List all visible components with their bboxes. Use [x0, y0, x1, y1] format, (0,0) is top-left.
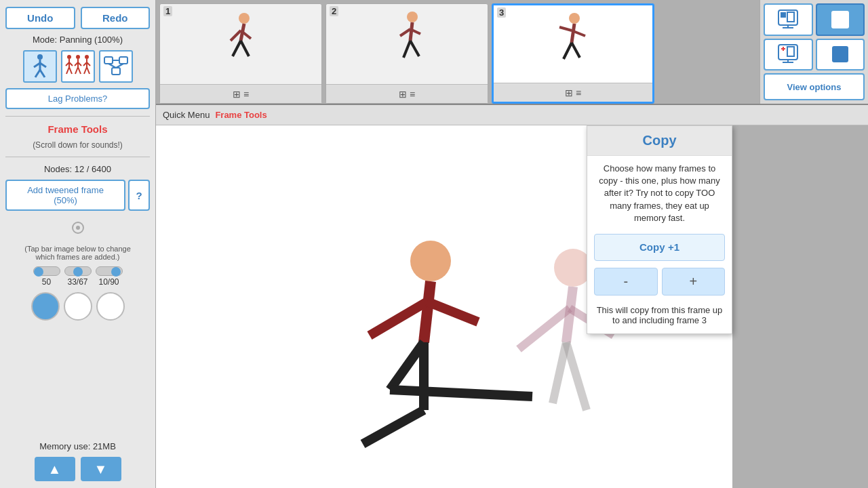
frame-2-icon-1: ⊞ [399, 89, 407, 100]
divider-2 [5, 157, 150, 157]
svg-point-44 [569, 13, 580, 24]
help-button[interactable]: ? [128, 180, 150, 211]
frames-container: 1 ⊞ ≡ 2 [156, 0, 760, 104]
toolbar-btn-2[interactable] [816, 3, 865, 36]
frame-3-footer: ⊞ ≡ [494, 83, 652, 102]
add-tweened-button[interactable]: Add tweened frame (50%) [5, 180, 125, 211]
frame-1-icon-1: ⊞ [233, 89, 241, 100]
svg-line-5 [40, 70, 45, 77]
plus-minus-row: - + [594, 268, 725, 296]
frame-3-icon-1: ⊞ [565, 87, 573, 98]
slider-2[interactable] [64, 266, 92, 276]
svg-line-78 [566, 342, 587, 410]
redo-button[interactable]: Redo [81, 7, 151, 29]
right-gray-panel [732, 125, 868, 488]
frame-2-icon-2: ≡ [410, 89, 415, 100]
svg-rect-25 [119, 57, 127, 64]
divider-1 [5, 116, 150, 117]
top-strip: 1 ⊞ ≡ 2 [156, 0, 868, 105]
memory-use: Memory use: 21MB [39, 441, 116, 451]
frame-1-figure [207, 10, 275, 78]
svg-rect-53 [781, 12, 786, 18]
frame-1-canvas [160, 4, 321, 84]
copy-popup-title[interactable]: Copy [587, 126, 732, 156]
slider-row: 50 33/67 10/90 [5, 266, 150, 287]
svg-line-68 [427, 302, 478, 322]
svg-line-69 [390, 342, 424, 390]
frame-1-icon-2: ≡ [243, 89, 249, 100]
svg-rect-63 [787, 47, 794, 56]
svg-point-18 [85, 55, 89, 59]
frame-3-num: 3 [497, 7, 506, 18]
copy-label: Copy [639, 241, 665, 253]
undo-button[interactable]: Undo [5, 7, 75, 29]
svg-line-42 [403, 41, 410, 58]
circle-3[interactable] [96, 292, 125, 321]
up-button[interactable]: ▲ [35, 457, 75, 481]
view-options-button[interactable]: View options [764, 73, 865, 100]
frame-2-num: 2 [330, 6, 338, 16]
tool-icon-row [23, 50, 133, 83]
svg-line-28 [116, 64, 123, 68]
toolbar-btn-3[interactable] [764, 39, 813, 71]
main-area: 1 ⊞ ≡ 2 [156, 0, 868, 488]
quick-menu-bar: Quick Menu Frame Tools [156, 105, 868, 125]
svg-line-72 [363, 410, 424, 444]
frame-tools-title: Frame Tools [47, 123, 107, 135]
frame-1-num: 1 [163, 6, 172, 16]
slider-2-value: 33/67 [66, 277, 90, 287]
svg-line-48 [564, 43, 572, 59]
frame-2-footer: ⊞ ≡ [326, 84, 488, 103]
quick-menu-link[interactable]: Frame Tools [215, 110, 267, 120]
frame-3[interactable]: 3 ⊞ ≡ [492, 3, 654, 104]
toolbar-btn-4[interactable] [816, 39, 865, 71]
copy-from-text: This will copy from this frame up to and… [587, 300, 732, 333]
lag-problems-button[interactable]: Lag Problems? [5, 88, 150, 109]
svg-line-37 [241, 41, 249, 56]
svg-line-10 [66, 67, 69, 74]
svg-line-70 [390, 390, 532, 396]
copy-count-button[interactable]: Copy +1 [594, 234, 725, 261]
copy-popup: Copy Choose how many frames to copy - th… [587, 125, 732, 334]
svg-line-49 [572, 43, 580, 58]
svg-line-16 [75, 67, 78, 74]
svg-line-66 [424, 281, 431, 342]
down-button[interactable]: ▼ [81, 457, 121, 481]
svg-point-0 [37, 54, 43, 60]
add-tweened-row: Add tweened frame (50%) ? [5, 180, 150, 211]
svg-line-23 [87, 67, 90, 74]
single-figure-tool[interactable] [23, 50, 57, 83]
frame-3-icon-2: ≡ [576, 87, 581, 98]
svg-line-67 [370, 302, 427, 336]
svg-line-43 [410, 41, 419, 56]
circle-1[interactable] [31, 292, 60, 321]
svg-line-39 [410, 22, 412, 41]
slider-1[interactable] [33, 266, 60, 276]
slider-1-value: 50 [35, 277, 59, 287]
toolbar-btn-1[interactable] [764, 3, 813, 36]
circle-indicators [5, 292, 150, 321]
plus-button[interactable]: + [662, 268, 726, 296]
svg-line-22 [84, 67, 87, 74]
group-figure-tool[interactable] [61, 50, 95, 83]
svg-line-4 [35, 70, 40, 77]
svg-point-65 [410, 241, 451, 281]
svg-point-6 [67, 55, 71, 59]
frame-2-canvas [326, 4, 488, 84]
svg-line-27 [108, 64, 116, 68]
minus-button[interactable]: - [594, 268, 658, 296]
frame-2-figure [373, 10, 441, 78]
frame-tools-subtitle: (Scroll down for sounds!) [33, 140, 123, 150]
svg-point-12 [76, 55, 80, 59]
svg-rect-24 [104, 57, 113, 64]
undo-redo-row: Undo Redo [5, 7, 150, 29]
circle-2[interactable] [64, 292, 92, 321]
sidebar: Undo Redo Mode: Panning (100%) [0, 0, 156, 488]
frame-2[interactable]: 2 ⊞ ≡ [326, 3, 488, 104]
frame-1[interactable]: 1 ⊞ ≡ [159, 3, 322, 104]
network-tool[interactable] [99, 50, 133, 83]
slider-3[interactable] [96, 266, 123, 276]
updown-row: ▲ ▼ [5, 457, 150, 481]
svg-point-32 [239, 13, 250, 24]
svg-point-31 [76, 226, 80, 230]
